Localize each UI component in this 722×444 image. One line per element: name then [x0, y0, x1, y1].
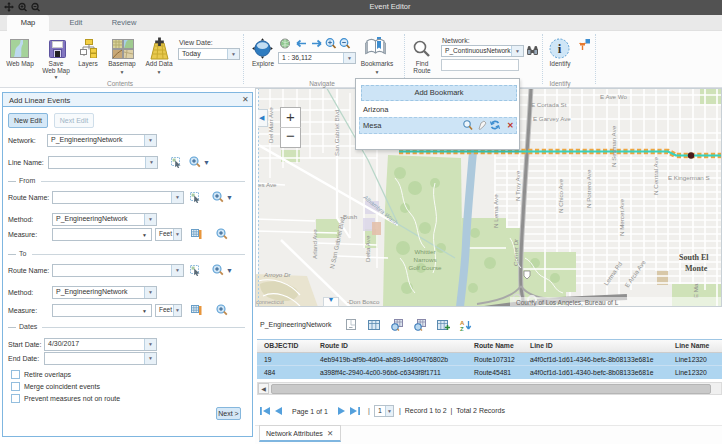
- svg-text:N Chico Ave: N Chico Ave: [557, 179, 564, 213]
- svg-text:Arland Ave: Arland Ave: [311, 229, 318, 259]
- svg-text:County of Los Angeles, Bureau: County of Los Angeles, Bureau of L: [516, 299, 619, 307]
- svg-text:N Central Ave: N Central Ave: [652, 156, 659, 195]
- svg-text:Monte: Monte: [685, 264, 708, 273]
- svg-text:Page 1 of 1: Page 1 of 1: [292, 408, 328, 416]
- svg-text:E Ma: E Ma: [692, 283, 699, 298]
- svg-text:es Ave: es Ave: [258, 181, 277, 188]
- svg-text:E Cortada St: E Cortada St: [531, 101, 567, 108]
- svg-text:San Gabriel Blvd: San Gabriel Blvd: [333, 109, 340, 156]
- svg-text:i: i: [558, 41, 562, 56]
- svg-text:E Garvey Ave: E Garvey Ave: [533, 115, 571, 122]
- svg-text:Del Marr Ave: Del Marr Ave: [267, 107, 274, 143]
- svg-text:E Kingerman S: E Kingerman S: [668, 174, 710, 181]
- svg-text:N Troy Ave: N Troy Ave: [514, 170, 521, 201]
- svg-text:Z: Z: [460, 326, 464, 332]
- svg-text:Whittier: Whittier: [415, 248, 436, 255]
- svg-text:Corner Dr: Corner Dr: [512, 239, 519, 266]
- svg-text:E Ave Wo: E Ave Wo: [600, 93, 628, 100]
- svg-text:Golf Course: Golf Course: [408, 264, 442, 271]
- svg-text:Arroyo Dr: Arroyo Dr: [263, 271, 291, 278]
- svg-text:Narrows: Narrows: [413, 256, 436, 263]
- svg-text:✕: ✕: [507, 121, 514, 130]
- svg-text:N Lema Ave: N Lema Ave: [492, 194, 499, 228]
- svg-text:Delta Ave: Delta Ave: [364, 235, 371, 262]
- svg-text:N Seaman Ave: N Seaman Ave: [610, 125, 617, 167]
- svg-text:South El: South El: [679, 253, 709, 262]
- svg-text:N Mercet Ave: N Mercet Ave: [618, 198, 625, 236]
- svg-text:connecticut: connecticut: [256, 299, 284, 305]
- svg-text:N Potrero Ave: N Potrero Ave: [585, 169, 592, 208]
- svg-text:-Don Bosco: -Don Bosco: [347, 298, 380, 305]
